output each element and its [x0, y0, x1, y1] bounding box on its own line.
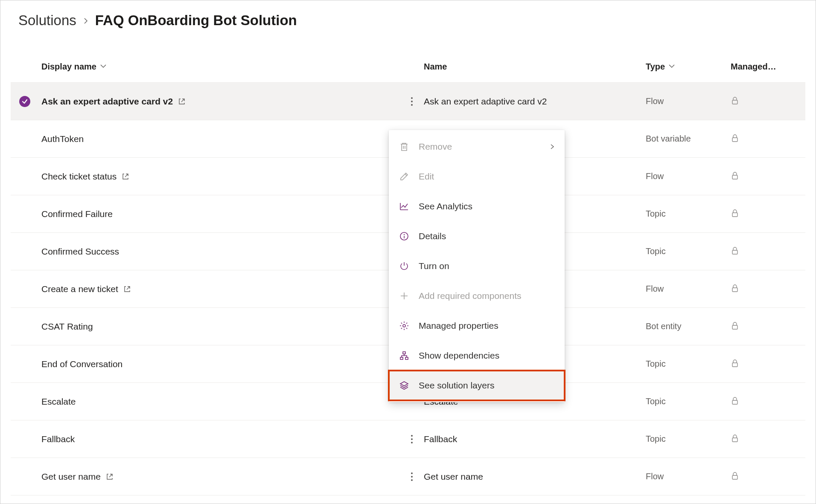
row-actions-button[interactable] — [403, 93, 420, 110]
menu-item-analytics[interactable]: See Analytics — [389, 191, 565, 221]
table-row[interactable]: Ask an expert adaptive card v2Ask an exp… — [11, 83, 805, 120]
menu-item-info[interactable]: Details — [389, 221, 565, 251]
menu-item-gear[interactable]: Managed properties — [389, 311, 565, 341]
menu-item-label: Turn on — [419, 261, 555, 271]
plus-icon — [398, 290, 410, 302]
chevron-down-icon — [100, 62, 107, 72]
column-header-type[interactable]: Type — [646, 62, 731, 72]
display-name-cell[interactable]: End of Conversation — [41, 359, 400, 369]
menu-item-label: Edit — [419, 171, 555, 182]
lock-icon — [731, 96, 797, 107]
svg-point-18 — [411, 479, 413, 481]
type-cell: Flow — [646, 472, 731, 481]
type-cell: Topic — [646, 434, 731, 444]
context-menu: RemoveEditSee AnalyticsDetailsTurn onAdd… — [389, 130, 565, 402]
lock-icon — [731, 322, 797, 332]
external-link-icon — [123, 285, 131, 293]
table-row[interactable]: Get user nameGet user nameFlow — [11, 458, 805, 495]
type-cell: Bot entity — [646, 322, 731, 331]
display-name-cell[interactable]: Confirmed Failure — [41, 209, 400, 219]
column-header-name[interactable]: Name — [424, 62, 646, 72]
pencil-icon — [398, 171, 410, 182]
svg-rect-15 — [732, 438, 737, 442]
lock-icon — [731, 171, 797, 182]
gear-icon — [398, 320, 410, 332]
menu-item-plus: Add required components — [389, 281, 565, 311]
row-actions-button[interactable] — [403, 431, 420, 448]
type-cell: Bot variable — [646, 134, 731, 144]
chevron-right-icon — [549, 142, 555, 152]
lock-icon — [731, 134, 797, 144]
display-name-cell[interactable]: AuthToken — [41, 134, 400, 144]
breadcrumb: Solutions FAQ OnBoarding Bot Solution — [0, 0, 816, 51]
display-name-cell[interactable]: Fallback — [41, 434, 400, 444]
svg-rect-24 — [400, 357, 403, 359]
external-link-icon — [178, 98, 186, 105]
breadcrumb-root[interactable]: Solutions — [18, 12, 76, 29]
svg-point-21 — [404, 234, 405, 235]
menu-item-hierarchy[interactable]: Show dependencies — [389, 341, 565, 371]
display-name-cell[interactable]: Get user name — [41, 472, 400, 482]
lock-icon — [731, 359, 797, 369]
svg-rect-4 — [732, 138, 737, 142]
svg-rect-10 — [732, 363, 737, 367]
column-header-display-name[interactable]: Display name — [41, 62, 400, 72]
trash-icon — [398, 141, 410, 153]
display-name-cell[interactable]: Escalate — [41, 397, 400, 407]
svg-point-16 — [411, 472, 413, 474]
lock-icon — [731, 246, 797, 257]
name-cell: Fallback — [424, 434, 646, 444]
external-link-icon — [106, 473, 114, 481]
display-name-cell[interactable]: Confirmed Success — [41, 246, 400, 257]
layers-icon — [398, 379, 410, 391]
type-cell: Topic — [646, 246, 731, 256]
table-row[interactable]: FallbackFallbackTopic — [11, 420, 805, 458]
display-name-cell[interactable]: Ask an expert adaptive card v2 — [41, 96, 400, 107]
external-link-icon — [122, 173, 129, 180]
hierarchy-icon — [398, 350, 410, 362]
svg-rect-6 — [732, 213, 737, 217]
type-cell: Flow — [646, 171, 731, 181]
menu-item-label: Add required components — [419, 291, 555, 301]
svg-rect-5 — [732, 175, 737, 179]
svg-point-14 — [411, 442, 413, 443]
svg-point-13 — [411, 438, 413, 440]
name-cell: Ask an expert adaptive card v2 — [424, 96, 646, 107]
chevron-right-icon — [82, 14, 89, 27]
lock-icon — [731, 434, 797, 444]
menu-item-label: Managed properties — [419, 321, 555, 331]
svg-rect-11 — [732, 400, 737, 404]
type-cell: Topic — [646, 209, 731, 219]
analytics-icon — [398, 200, 410, 212]
power-icon — [398, 260, 410, 272]
svg-point-22 — [403, 324, 405, 327]
svg-point-12 — [411, 435, 413, 437]
svg-rect-9 — [732, 325, 737, 329]
name-cell: Get user name — [424, 472, 646, 482]
svg-point-17 — [411, 476, 413, 478]
menu-item-pencil: Edit — [389, 162, 565, 191]
svg-point-2 — [411, 104, 413, 106]
row-actions-button[interactable] — [403, 468, 420, 485]
type-cell: Topic — [646, 359, 731, 369]
lock-icon — [731, 397, 797, 407]
type-cell: Flow — [646, 96, 731, 106]
svg-rect-25 — [405, 357, 408, 359]
selected-check-icon[interactable] — [19, 96, 30, 107]
column-header-managed[interactable]: Managed… — [731, 62, 797, 72]
menu-item-label: See Analytics — [419, 201, 555, 211]
menu-item-layers[interactable]: See solution layers — [389, 371, 565, 400]
svg-rect-23 — [403, 352, 405, 354]
chevron-down-icon — [668, 62, 675, 72]
lock-icon — [731, 284, 797, 294]
menu-item-label: Show dependencies — [419, 350, 555, 361]
menu-item-label: Remove — [419, 142, 541, 152]
lock-icon — [731, 472, 797, 482]
display-name-cell[interactable]: Create a new ticket — [41, 284, 400, 294]
display-name-cell[interactable]: CSAT Rating — [41, 322, 400, 332]
table-header-row: Display name Name Type Managed… — [11, 51, 805, 83]
menu-item-label: See solution layers — [419, 380, 555, 391]
menu-item-power[interactable]: Turn on — [389, 251, 565, 281]
type-cell: Flow — [646, 284, 731, 294]
display-name-cell[interactable]: Check ticket status — [41, 171, 400, 182]
